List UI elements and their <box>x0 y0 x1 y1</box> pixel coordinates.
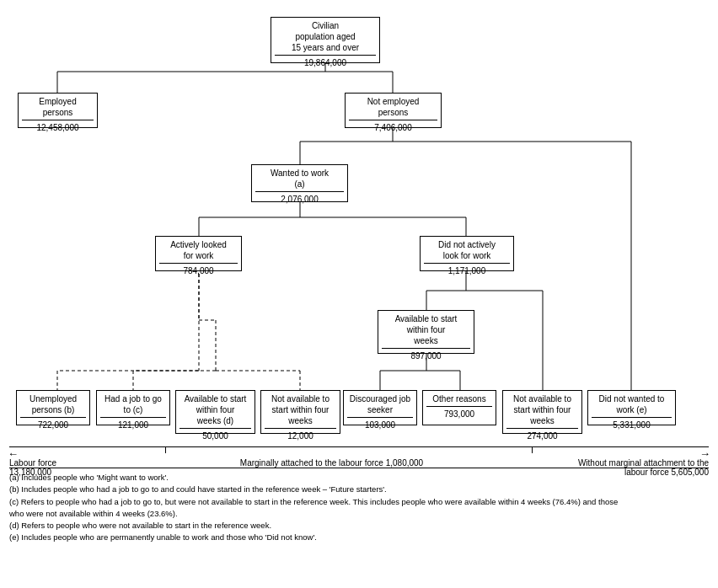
actively-looked-label: Actively lookedfor work <box>159 239 238 261</box>
footnote-c2: who were not available within 4 weeks (2… <box>9 508 709 520</box>
other-reasons-node: Other reasons 793,000 <box>422 390 496 425</box>
connector-lines <box>9 8 709 505</box>
footnotes-section: (a) Includes people who 'Might want to w… <box>9 468 709 544</box>
other-reasons-value: 793,000 <box>426 406 492 420</box>
footnote-c: (c) Refers to people who had a job to go… <box>9 496 709 508</box>
unemployed-value: 722,000 <box>20 417 86 430</box>
footnote-e: (e) Includes people who are permanently … <box>9 532 709 543</box>
civilian-label: Civilian population aged 15 years and ov… <box>275 20 376 53</box>
wanted-work-value: 2,076,000 <box>255 191 344 205</box>
not-available-start2-node: Not available tostart within fourweeks 2… <box>502 390 582 434</box>
unemployed-node: Unemployedpersons (b) 722,000 <box>16 390 90 425</box>
employed-value: 12,458,000 <box>22 120 94 133</box>
did-not-actively-label: Did not activelylook for work <box>424 239 510 261</box>
civilian-node: Civilian population aged 15 years and ov… <box>271 17 380 63</box>
civilian-value: 19,864,000 <box>275 55 376 68</box>
available-start-label: Available to startwithin fourweeks <box>382 313 470 346</box>
available-start-node: Available to startwithin fourweeks 897,0… <box>378 310 474 354</box>
did-not-actively-value: 1,171,000 <box>424 263 510 276</box>
discouraged-node: Discouraged jobseeker 103,000 <box>343 390 417 425</box>
had-job-label: Had a job to goto (c) <box>100 393 166 415</box>
not-available-start2-label: Not available tostart within fourweeks <box>506 393 578 426</box>
unemployed-label: Unemployedpersons (b) <box>20 393 86 415</box>
not-available-start-label: Not available tostart within fourweeks <box>265 393 336 426</box>
actively-looked-node: Actively lookedfor work 784,000 <box>155 236 242 271</box>
not-employed-label: Not employedpersons <box>349 96 437 118</box>
not-available-start-node: Not available tostart within fourweeks 1… <box>260 390 340 434</box>
wanted-work-label: Wanted to work(a) <box>255 168 344 190</box>
had-job-value: 121,000 <box>100 417 166 430</box>
employed-node: Employedpersons 12,458,000 <box>18 93 98 128</box>
marginal-label: Marginally attached to the labour force … <box>110 458 553 468</box>
available-four-weeks-d-label: Available to startwithin fourweeks (d) <box>180 393 251 426</box>
available-start-value: 897,000 <box>382 348 470 361</box>
did-not-want-node: Did not wanted towork (e) 5,331,000 <box>587 390 676 425</box>
actively-looked-value: 784,000 <box>159 263 238 276</box>
did-not-actively-node: Did not activelylook for work 1,171,000 <box>420 236 514 271</box>
footnote-a: (a) Includes people who 'Might want to w… <box>9 472 709 484</box>
not-employed-node: Not employedpersons 7,406,000 <box>345 93 442 128</box>
discouraged-value: 103,000 <box>347 417 413 430</box>
footnote-d: (d) Refers to people who were not availa… <box>9 520 709 532</box>
other-reasons-label: Other reasons <box>426 393 492 404</box>
did-not-want-value: 5,331,000 <box>592 417 672 430</box>
wanted-work-node: Wanted to work(a) 2,076,000 <box>251 164 348 202</box>
discouraged-label: Discouraged jobseeker <box>347 393 413 415</box>
not-employed-value: 7,406,000 <box>349 120 437 133</box>
footnote-b: (b) Includes people who had a job to go … <box>9 484 709 495</box>
available-four-weeks-d-node: Available to startwithin fourweeks (d) 5… <box>175 390 255 434</box>
had-job-node: Had a job to goto (c) 121,000 <box>96 390 170 425</box>
did-not-want-label: Did not wanted towork (e) <box>592 393 672 415</box>
employed-label: Employedpersons <box>22 96 94 118</box>
